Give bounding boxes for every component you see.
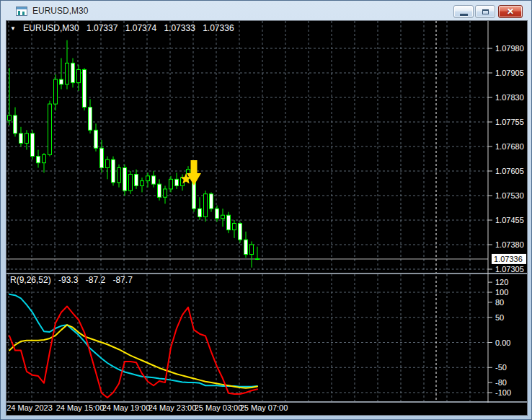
close-button[interactable]: ✕ <box>498 5 523 18</box>
indicator-name: R(9,26,52) <box>10 275 51 285</box>
chart-window: EURUSD,M30 ✕ 1.079801.079051.078301.0775… <box>0 0 532 420</box>
indicator-axis-label: 80 <box>495 298 504 307</box>
chart-canvas[interactable]: 1.079801.079051.078301.077551.076801.076… <box>6 21 527 415</box>
candle <box>204 194 208 217</box>
price-axis-label: 1.07905 <box>495 69 524 77</box>
candle <box>169 179 173 189</box>
indicator-value-2: -87.2 <box>86 275 105 285</box>
time-axis-label[interactable]: 24 May 23:00 <box>148 403 197 412</box>
candle <box>250 245 254 255</box>
wpr-slow-line <box>9 325 257 388</box>
candle <box>89 108 92 131</box>
chart-window-icon <box>16 6 27 16</box>
candle <box>244 240 248 254</box>
candle <box>54 79 58 104</box>
candle <box>227 215 231 229</box>
candle <box>141 181 144 186</box>
indicator-axis-label: -100 <box>495 388 511 397</box>
indicator-value-1: -93.3 <box>58 275 78 285</box>
price-axis-label: 1.07605 <box>495 167 524 175</box>
pane-divider <box>6 273 527 274</box>
candle <box>77 69 81 82</box>
time-axis-label[interactable]: 24 May 15:00 <box>56 403 105 412</box>
candle <box>123 167 127 191</box>
candle <box>48 104 52 154</box>
header-low: 1.07333 <box>164 23 195 33</box>
restore-button[interactable] <box>475 5 495 18</box>
restore-icon <box>482 9 489 14</box>
candle <box>210 194 213 209</box>
candle <box>164 189 167 197</box>
ohlc-header: ▼ EURUSD,M30 1.07337 1.07374 1.07333 1.0… <box>10 23 239 33</box>
candle <box>175 179 179 185</box>
time-axis-label[interactable]: 24 May 2023 <box>6 403 53 412</box>
price-axis-label: 1.07305 <box>495 265 524 274</box>
candle <box>216 209 219 219</box>
price-axis-label: 1.07455 <box>495 216 524 224</box>
minimize-icon <box>460 14 468 16</box>
candle <box>71 63 75 82</box>
candle <box>239 224 242 240</box>
header-close: 1.07336 <box>203 23 234 33</box>
price-axis-label: 1.07680 <box>495 142 524 151</box>
header-symbol: EURUSD,M30 <box>23 23 79 33</box>
close-icon: ✕ <box>499 6 522 17</box>
window-title: EURUSD,M30 <box>32 6 88 16</box>
candle <box>146 176 150 181</box>
candle <box>94 130 98 148</box>
candle <box>14 115 17 134</box>
candle <box>158 184 161 197</box>
symbol-dropdown-icon[interactable]: ▼ <box>10 25 16 32</box>
candle <box>43 154 46 162</box>
candle <box>152 176 156 184</box>
candle <box>256 258 260 259</box>
candle <box>233 224 236 230</box>
candle <box>198 209 202 216</box>
candle <box>106 159 110 167</box>
indicator-value-3: -87.7 <box>112 275 132 285</box>
candle <box>221 215 225 219</box>
candle <box>37 157 40 163</box>
pane-divider <box>6 401 527 403</box>
time-axis-label[interactable]: 25 May 03:00 <box>195 403 243 412</box>
indicator-axis-label: -50 <box>495 363 507 372</box>
time-axis-label[interactable]: 24 May 19:00 <box>102 403 151 412</box>
header-open: 1.07337 <box>87 23 118 33</box>
indicator-axis-label: 50 <box>495 313 504 322</box>
indicator-axis-label: 120 <box>495 278 508 286</box>
titlebar[interactable]: EURUSD,M30 ✕ <box>1 1 531 21</box>
candle <box>100 148 104 167</box>
candle <box>19 134 23 144</box>
price-axis-label: 1.07980 <box>495 44 524 53</box>
header-high: 1.07374 <box>125 23 156 33</box>
indicator-header: R(9,26,52) -93.3 -87.2 -87.7 <box>10 275 138 285</box>
current-price-label: 1.07336 <box>494 255 523 263</box>
time-axis-label[interactable]: 25 May 07:00 <box>240 403 288 412</box>
indicator-axis-label: -80 <box>495 378 507 387</box>
candle <box>83 69 87 107</box>
candle <box>66 63 69 84</box>
candle <box>129 175 133 191</box>
price-axis-label: 1.07530 <box>495 191 524 200</box>
indicator-axis-label: 0.00 <box>495 338 510 347</box>
candle <box>8 115 12 121</box>
candle <box>31 134 35 157</box>
candle <box>112 159 115 183</box>
price-axis-label: 1.07755 <box>495 118 524 126</box>
indicator-axis-label: 100 <box>495 288 508 297</box>
price-axis-label: 1.07380 <box>495 240 524 249</box>
minimize-button[interactable] <box>453 5 474 18</box>
candle <box>25 134 29 144</box>
candle <box>118 167 121 182</box>
candle <box>135 175 138 186</box>
price-axis-label: 1.07830 <box>495 93 524 102</box>
candle <box>60 79 63 84</box>
